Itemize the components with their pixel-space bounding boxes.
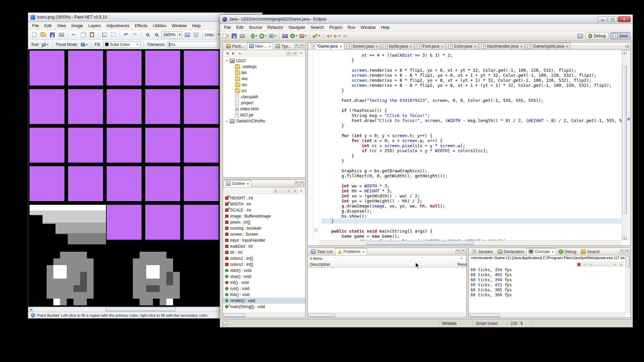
maximize-button[interactable] [608,16,617,22]
clear-console-button[interactable] [594,262,599,266]
pdn-menu-file[interactable]: File [30,23,42,29]
zoom-level-input[interactable]: 1600% [161,32,182,38]
console-horizontal-scrollbar[interactable] [469,313,625,317]
scrollbar-thumb[interactable] [224,313,245,317]
zoom-window-button[interactable] [183,31,191,39]
tab-outline[interactable]: Outline × [224,180,251,187]
tree-item-bin[interactable]: bin [223,70,305,76]
code-line[interactable] [321,103,622,108]
editor-vertical-scrollbar[interactable]: ▲ ▼ [622,50,627,240]
outline-member-tick-[interactable]: tick() : void [223,292,305,298]
code-line[interactable]: int cc = screen.pixels[x + y * screen.w]… [321,143,622,148]
perspective-debug-button[interactable]: Debug [585,32,608,40]
maximize-view-button[interactable] [300,181,304,185]
code-editor[interactable]: xt += 4 + ((walkDist >> 3) & 1) * 2; } s… [319,50,622,240]
tolerance-slider[interactable]: 0% [167,41,218,48]
code-line[interactable]: String msg = "Click to focus!"; [321,113,622,118]
scrollbar-thumb[interactable] [626,256,630,267]
code-line[interactable]: if (!hasFocus()) { [321,108,622,113]
code-line[interactable] [321,128,622,133]
close-icon[interactable]: × [520,44,522,48]
ecl-menu-file[interactable]: File [221,24,233,31]
tab-declaration[interactable]: Declaration [495,248,527,255]
run-button[interactable] [259,32,268,40]
close-icon[interactable]: × [340,44,342,48]
perspective-java-button[interactable]: J Java [610,32,631,40]
tree-item-index-html[interactable]: index.html [223,106,305,112]
tolerance-slider-thumb[interactable] [169,42,170,47]
pdn-menu-effects[interactable]: Effects [132,23,150,29]
code-line[interactable]: for (int x = 0; x < screen.w; x++) { [321,138,622,143]
code-line[interactable]: public static void main(String[] args) { [321,229,622,234]
close-icon[interactable]: × [566,44,568,48]
close-icon[interactable]: × [441,44,443,48]
ecl-menu-help[interactable]: Help [378,24,392,31]
display-selected-console-button[interactable]: ▾ [612,262,618,266]
maximize-view-button[interactable] [300,44,304,48]
close-icon[interactable]: × [362,250,364,254]
code-line[interactable]: g.drawImage(image, xo, yo, ww, hh, null)… [321,203,622,208]
outline-member-dir[interactable]: dir : int [223,249,305,255]
tree-item-res[interactable]: res [223,82,305,88]
link-editor-icon[interactable]: ⇄ [292,51,298,56]
code-line[interactable]: screen.render(xo + 8 * flip1, yo + 0, xt… [321,68,622,73]
pdn-menu-help[interactable]: Help [189,23,203,29]
maximize-view-button[interactable] [461,249,465,253]
pdn-menu-edit[interactable]: Edit [42,23,54,29]
twisty-icon[interactable]: ▸ [225,119,228,123]
problems-horizontal-scrollbar[interactable] [308,313,466,317]
editor-tab-gameapplet-java[interactable]: JGameApplet.java× [525,43,571,50]
ecl-menu-project[interactable]: Project [327,24,345,31]
back-button[interactable]: ◀ [325,32,333,40]
tab-navi-[interactable]: Navi...× [247,43,273,50]
close-icon[interactable]: × [474,44,476,48]
outline-member-colors2[interactable]: colors2 : int[] [223,261,305,267]
forward-button[interactable]: ▶ [333,32,341,40]
open-button[interactable] [39,31,47,39]
code-line[interactable]: } [321,219,622,224]
editor-tab-font-java[interactable]: JFont.java× [415,43,446,50]
scroll-left-icon[interactable]: ◀ [29,307,33,311]
code-line[interactable]: int hh = HEIGHT * 3; [321,188,622,193]
tab-console[interactable]: Console× [526,248,556,255]
pdn-menu-image[interactable]: Image [69,23,86,29]
tree-item--classpath[interactable]: .classpath [223,94,305,100]
tree-item-santavscthulhu[interactable]: ▸SantaVsCthulhu [223,118,305,124]
tree-item-doc[interactable]: doc [223,76,305,82]
pdn-menu-utilities[interactable]: Utilities [150,23,169,29]
eclipse-titlebar[interactable]: Java - LD22/src/com/mojang/ld22/Game.jav… [220,15,633,24]
twisty-icon[interactable]: ▾ [225,59,228,62]
code-line[interactable]: } [321,158,622,163]
code-line[interactable]: screen.render(xo + 8 - 8 * flip2, yo + 8… [321,83,622,88]
code-line[interactable]: } [321,153,622,158]
zoom-in-button[interactable] [152,31,160,39]
column-resource[interactable]: Reso [455,262,467,267]
scrollbar-thumb[interactable] [622,66,627,214]
deselect-button[interactable] [109,31,117,39]
tree-item-ld22-jar[interactable]: ld22.jar [223,112,305,118]
outline-horizontal-scrollbar[interactable] [223,313,305,317]
save-button[interactable] [230,32,238,40]
forward-icon[interactable]: ▶ [231,51,236,56]
code-line[interactable] [321,163,622,168]
outline-member-start-[interactable]: start() : void [223,267,305,274]
outline-member-main-string-[interactable]: main(String[]) : void [223,304,305,310]
ecl-menu-run[interactable]: Run [345,24,358,31]
search-button[interactable] [312,32,321,40]
annotation-ruler[interactable] [308,50,313,240]
tab-search[interactable]: Search [579,248,602,255]
code-line[interactable] [321,178,622,183]
folding-ruler[interactable]: − [313,50,319,240]
code-line[interactable]: int xo = (getWidth() - ww) / 2; [321,193,622,198]
outline-member-pixels[interactable]: pixels : int[] [223,219,305,225]
run-external-tools-button[interactable] [268,32,277,40]
hide-static-icon[interactable]: s [286,188,291,193]
view-menu-icon[interactable]: ▾ [299,51,304,56]
new-wizard-button[interactable] [222,32,230,40]
code-line[interactable]: } [321,88,622,93]
minimize-view-button[interactable] [294,44,299,48]
tab-pack-[interactable]: Pack... [224,43,247,50]
outline-member-image[interactable]: image : BufferedImage [223,213,305,219]
paste-button[interactable] [88,31,96,39]
scrollbar-thumb[interactable] [105,307,176,311]
